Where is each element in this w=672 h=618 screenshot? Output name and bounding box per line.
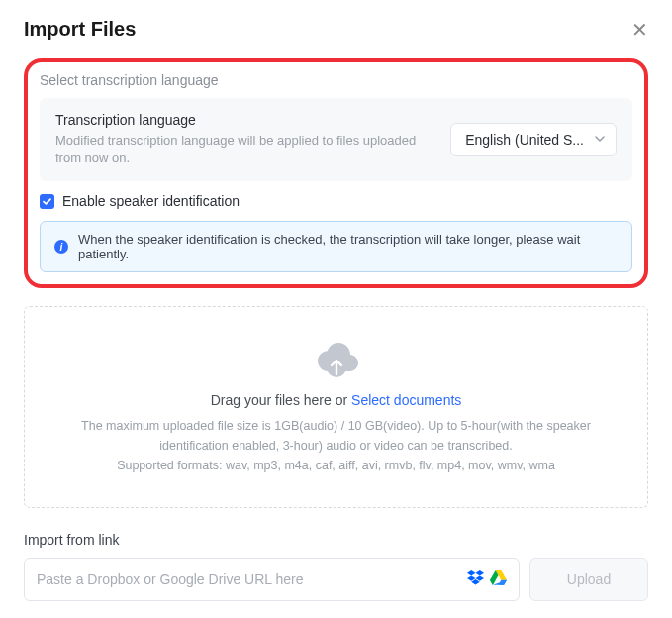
- language-select[interactable]: English (United S...: [450, 123, 617, 156]
- file-dropzone[interactable]: Drag your files here or Select documents…: [24, 306, 648, 508]
- dialog-header: Import Files ✕: [24, 18, 648, 41]
- brand-icons: [467, 570, 507, 589]
- import-link-input-wrap: [24, 558, 520, 601]
- supported-formats-text: Supported formats: wav, mp3, m4a, caf, a…: [48, 456, 624, 475]
- dialog-title: Import Files: [24, 18, 136, 41]
- transcription-language-text: Transcription language Modified transcri…: [55, 112, 434, 167]
- speaker-info-text: When the speaker identification is check…: [78, 232, 618, 261]
- language-section-label: Select transcription language: [40, 72, 632, 88]
- upload-limits-text: The maximum uploaded file size is 1GB(au…: [48, 416, 624, 456]
- speaker-id-checkbox[interactable]: [40, 194, 54, 209]
- cloud-upload-icon: [313, 335, 360, 378]
- transcription-language-row: Transcription language Modified transcri…: [40, 98, 632, 181]
- speaker-info-banner: i When the speaker identification is che…: [40, 221, 632, 272]
- drag-instruction: Drag your files here or Select documents: [48, 392, 624, 408]
- select-documents-link[interactable]: Select documents: [351, 392, 461, 408]
- chevron-down-icon: [594, 132, 606, 148]
- import-link-label: Import from link: [24, 532, 648, 548]
- import-link-row: Upload: [24, 558, 648, 601]
- import-link-input[interactable]: [37, 571, 467, 587]
- transcription-language-desc: Modified transcription language will be …: [55, 132, 434, 167]
- close-icon[interactable]: ✕: [631, 20, 648, 40]
- info-icon: i: [54, 240, 68, 254]
- dropbox-icon: [467, 570, 484, 589]
- speaker-id-row: Enable speaker identification: [40, 193, 632, 209]
- language-select-value: English (United S...: [465, 132, 584, 148]
- google-drive-icon: [490, 570, 507, 589]
- language-settings-highlight: Select transcription language Transcript…: [24, 58, 648, 288]
- upload-button[interactable]: Upload: [529, 558, 648, 601]
- drag-text: Drag your files here or: [211, 392, 351, 408]
- transcription-language-title: Transcription language: [55, 112, 434, 128]
- speaker-id-label: Enable speaker identification: [62, 193, 240, 209]
